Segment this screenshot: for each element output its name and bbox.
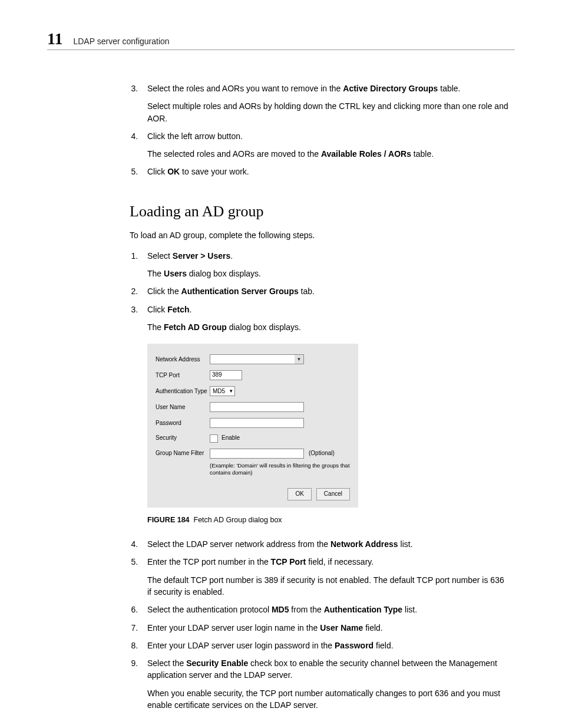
group-filter-example: (Example: 'Domain' will results in filte…	[210, 462, 350, 477]
load-steps-list: Select Server > Users. The Users dialog …	[140, 250, 509, 333]
optional-label: (Optional)	[309, 449, 335, 458]
step-text: Select Server > Users.	[147, 251, 233, 261]
step-text: Click OK to save your work.	[147, 167, 249, 176]
figure-caption: FIGURE 184 Fetch AD Group dialog box	[147, 515, 509, 525]
step-text: Enter the TCP port number in the TCP Por…	[147, 557, 373, 566]
after-step-5: Enter the TCP port number in the TCP Por…	[140, 556, 509, 598]
step-text: Click Fetch.	[147, 305, 191, 314]
section-heading: Loading an AD group	[130, 200, 509, 223]
figure-text: Fetch AD Group dialog box	[194, 516, 282, 524]
top-steps-list: Select the roles and AORs you want to re…	[140, 83, 509, 178]
figure-number: FIGURE 184	[147, 516, 190, 524]
after-steps-list: Select the LDAP server network address f…	[140, 538, 509, 711]
auth-type-label: Authentication Type	[156, 387, 210, 396]
chevron-down-icon: ▼	[295, 355, 303, 364]
step-text: Click the Authentication Server Groups t…	[147, 286, 315, 296]
step-text: Select the LDAP server network address f…	[147, 539, 413, 549]
chapter-number: 11	[47, 29, 62, 48]
security-label: Security	[156, 434, 210, 443]
after-step-6: Select the authentication protocol MD5 f…	[140, 604, 509, 615]
enable-label: Enable	[222, 434, 240, 441]
step-text: Enter your LDAP server user login passwo…	[147, 641, 394, 650]
network-address-label: Network Address	[156, 355, 210, 364]
ok-button[interactable]: OK	[287, 488, 311, 500]
after-step-9: Select the Security Enable check box to …	[140, 657, 509, 711]
step-3: Select the roles and AORs you want to re…	[140, 83, 509, 124]
step-text: Select the authentication protocol MD5 f…	[147, 605, 417, 614]
step-text: Select the Security Enable check box to …	[147, 658, 497, 680]
fetch-ad-group-dialog: Network Address ▼ TCP Port 389 Authentic…	[147, 344, 358, 508]
security-enable-checkbox[interactable]	[210, 434, 218, 443]
step-sub: The Users dialog box displays.	[147, 268, 509, 279]
step-text: Click the left arrow button.	[147, 131, 243, 141]
auth-type-value: MD5	[213, 387, 225, 396]
load-step-3: Click Fetch. The Fetch AD Group dialog b…	[140, 304, 509, 334]
group-filter-label: Group Name Filter	[156, 449, 210, 458]
load-step-1: Select Server > Users. The Users dialog …	[140, 250, 509, 280]
tcp-port-input[interactable]: 389	[210, 370, 242, 380]
step-sub: The Fetch AD Group dialog box displays.	[147, 321, 509, 333]
auth-type-select[interactable]: MD5 ▼	[210, 386, 235, 396]
step-5: Click OK to save your work.	[140, 166, 509, 177]
step-sub: Select multiple roles and AORs by holdin…	[147, 100, 509, 124]
step-text: Enter your LDAP server user login name i…	[147, 623, 383, 633]
step-sub: The selected roles and AORs are moved to…	[147, 148, 509, 160]
username-label: User Name	[156, 403, 210, 412]
cancel-button[interactable]: Cancel	[316, 488, 350, 500]
password-label: Password	[156, 419, 210, 428]
username-input[interactable]	[210, 402, 304, 412]
main-content: Select the roles and AORs you want to re…	[130, 83, 509, 711]
after-step-8: Enter your LDAP server user login passwo…	[140, 640, 509, 651]
password-input[interactable]	[210, 418, 304, 428]
group-filter-input[interactable]	[210, 449, 304, 459]
step-4: Click the left arrow button. The selecte…	[140, 130, 509, 160]
tcp-port-label: TCP Port	[156, 371, 210, 380]
page-header: 11 LDAP server configuration	[47, 29, 515, 50]
after-step-7: Enter your LDAP server user login name i…	[140, 622, 509, 634]
load-step-2: Click the Authentication Server Groups t…	[140, 285, 509, 297]
chevron-down-icon: ▼	[229, 388, 233, 395]
header-title: LDAP server configuration	[73, 37, 169, 46]
step-sub: The default TCP port number is 389 if se…	[147, 574, 509, 598]
step-sub: When you enable security, the TCP port n…	[147, 687, 509, 711]
network-address-combo[interactable]: ▼	[210, 354, 304, 364]
step-text: Select the roles and AORs you want to re…	[147, 84, 461, 93]
section-intro: To load an AD group, complete the follow…	[130, 229, 509, 241]
after-step-4: Select the LDAP server network address f…	[140, 538, 509, 550]
